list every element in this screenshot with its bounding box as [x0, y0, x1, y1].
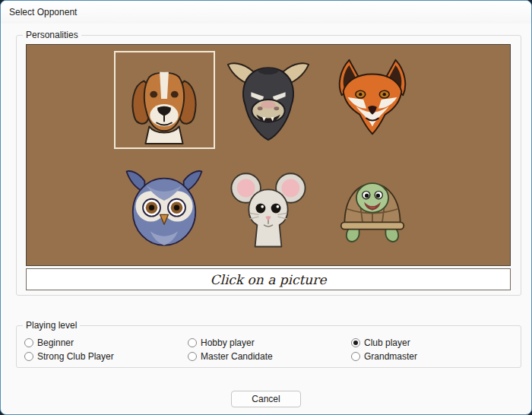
radio-circle-icon [351, 338, 360, 347]
instruction-text: Click on a picture [210, 272, 326, 287]
mouse-icon [226, 167, 310, 251]
beagle-dog-icon [119, 55, 209, 145]
radio-label: Club player [364, 337, 410, 348]
animal-option-turtle[interactable] [322, 164, 423, 254]
radio-circle-icon [24, 338, 33, 347]
radio-circle-icon [24, 352, 33, 361]
radio-option-grandmaster[interactable]: Grandmaster [351, 350, 521, 363]
personalities-label: Personalities [23, 30, 81, 40]
picture-row-2 [27, 164, 510, 254]
radio-option-strong-club-player[interactable]: Strong Club Player [24, 350, 188, 363]
radio-circle-icon [351, 352, 360, 361]
playing-level-options: Beginner Strong Club Player Hobby player… [24, 336, 521, 363]
playing-level-label: Playing level [23, 320, 80, 331]
radio-label: Grandmaster [364, 351, 417, 362]
radio-label: Strong Club Player [37, 351, 114, 362]
personalities-groupbox: Personalities [16, 35, 521, 296]
fox-icon [328, 55, 417, 145]
turtle-icon [331, 167, 414, 251]
radio-circle-icon [188, 338, 197, 347]
radio-label: Master Candidate [201, 351, 273, 362]
radio-label: Beginner [37, 337, 74, 348]
radio-option-club-player[interactable]: Club player [351, 336, 521, 350]
titlebar: Select Opponent [1, 1, 531, 24]
animal-option-bull[interactable] [218, 51, 319, 149]
animal-option-owl[interactable] [114, 164, 215, 254]
radio-option-beginner[interactable]: Beginner [24, 336, 188, 350]
animal-option-fox[interactable] [322, 51, 423, 149]
playing-level-groupbox: Playing level Beginner Strong Club Playe… [16, 325, 521, 368]
radio-option-hobby-player[interactable]: Hobby player [188, 336, 351, 350]
picture-row-1 [27, 51, 510, 149]
radio-circle-icon [188, 352, 197, 361]
instruction-bar: Click on a picture [26, 268, 511, 290]
personality-picture-area [26, 44, 511, 266]
window-title: Select Opponent [9, 7, 77, 17]
owl-icon [122, 167, 206, 251]
animal-option-mouse[interactable] [218, 164, 319, 254]
radio-option-master-candidate[interactable]: Master Candidate [188, 350, 351, 363]
radio-label: Hobby player [201, 337, 255, 348]
select-opponent-dialog: Select Opponent Personalities [0, 0, 532, 415]
dialog-footer: Cancel [1, 391, 531, 407]
bull-icon [223, 55, 313, 145]
cancel-button[interactable]: Cancel [231, 391, 301, 407]
animal-option-beagle-dog[interactable] [114, 51, 215, 149]
